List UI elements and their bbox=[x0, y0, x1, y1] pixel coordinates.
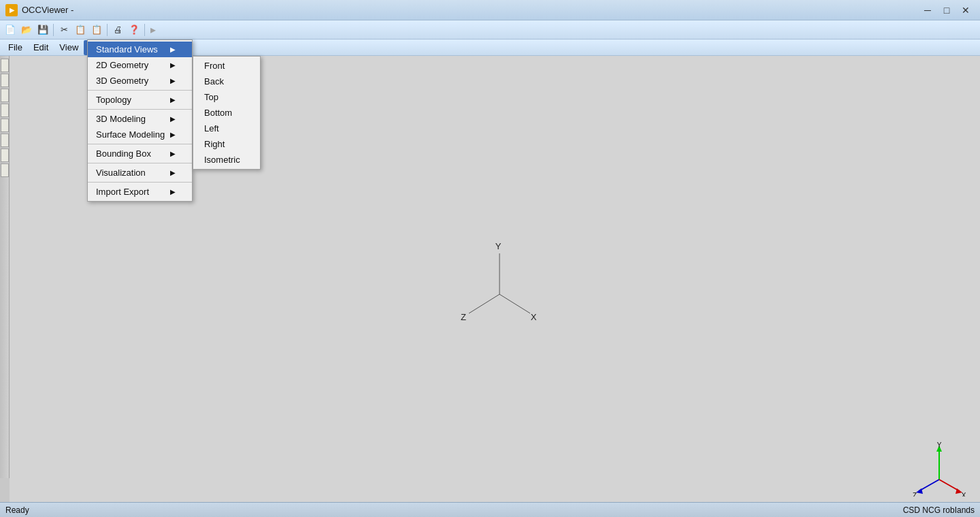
copy-button[interactable]: 📋 bbox=[73, 22, 88, 37]
menu-bounding-box[interactable]: Bounding Box ▶ bbox=[88, 146, 192, 161]
view-top[interactable]: Top bbox=[193, 89, 260, 105]
svg-line-5 bbox=[919, 480, 939, 491]
status-text: Ready bbox=[5, 505, 29, 515]
left-tool-4[interactable] bbox=[1, 104, 9, 117]
axis-z-label: Z bbox=[461, 312, 466, 322]
toolbar-more: ▸ bbox=[148, 23, 156, 36]
svg-line-2 bbox=[500, 294, 530, 313]
sep-3 bbox=[88, 144, 192, 144]
submenu-arrow-standard-views: ▶ bbox=[170, 46, 176, 53]
app-icon: ▶ bbox=[5, 4, 18, 16]
status-bar: Ready CSD NCG robIands bbox=[0, 502, 980, 517]
menu-2d-geometry[interactable]: 2D Geometry ▶ bbox=[88, 57, 192, 73]
axis-center-svg: Y Z X bbox=[459, 240, 540, 322]
sep-4 bbox=[88, 163, 192, 163]
submenu-arrow-surface: ▶ bbox=[170, 131, 176, 138]
menu-surface-modeling[interactable]: Surface Modeling ▶ bbox=[88, 127, 192, 142]
submenu-arrow-3d-modeling: ▶ bbox=[170, 115, 176, 123]
svg-line-7 bbox=[939, 480, 960, 491]
menu-visualization[interactable]: Visualization ▶ bbox=[88, 165, 192, 181]
left-tool-2[interactable] bbox=[1, 74, 9, 87]
toolbar-area: 📄 📂 💾 ✂ 📋 📋 🖨 ❓ ▸ bbox=[0, 20, 980, 40]
svg-line-1 bbox=[469, 294, 500, 313]
close-button[interactable]: ✕ bbox=[957, 3, 975, 17]
menu-topology[interactable]: Topology ▶ bbox=[88, 92, 192, 108]
submenu-arrow-3d: ▶ bbox=[170, 77, 176, 84]
restore-button[interactable]: □ bbox=[938, 3, 956, 17]
print-button[interactable]: 🖨 bbox=[110, 22, 125, 37]
toolbar-sep-2 bbox=[107, 24, 108, 36]
corner-z-label: Z bbox=[913, 492, 917, 497]
view-front[interactable]: Front bbox=[193, 58, 260, 74]
sep-2 bbox=[88, 109, 192, 110]
view-bottom[interactable]: Bottom bbox=[193, 105, 260, 121]
left-tool-3[interactable] bbox=[1, 89, 9, 102]
left-tool-6[interactable] bbox=[1, 134, 9, 147]
menu-edit[interactable]: Edit bbox=[28, 40, 54, 55]
occ-dropdown: Standard Views ▶ 2D Geometry ▶ 3D Geomet… bbox=[87, 40, 193, 202]
left-tool-7[interactable] bbox=[1, 148, 9, 162]
submenu-arrow-2d: ▶ bbox=[170, 61, 176, 69]
minimize-button[interactable]: ─ bbox=[919, 3, 936, 17]
title-bar-left: ▶ OCCViewer - bbox=[5, 4, 74, 16]
submenu-arrow-topology: ▶ bbox=[170, 96, 176, 104]
help-button[interactable]: ❓ bbox=[127, 22, 142, 37]
submenu-arrow-viz: ▶ bbox=[170, 169, 176, 176]
menu-3d-geometry[interactable]: 3D Geometry ▶ bbox=[88, 73, 192, 89]
cut-button[interactable]: ✂ bbox=[56, 22, 71, 37]
view-back[interactable]: Back bbox=[193, 74, 260, 89]
view-right[interactable]: Right bbox=[193, 136, 260, 152]
title-bar-controls: ─ □ ✕ bbox=[919, 3, 975, 17]
axis-corner-svg: Y Z X bbox=[912, 442, 966, 497]
menu-file[interactable]: File bbox=[3, 40, 28, 55]
title-bar: ▶ OCCViewer - ─ □ ✕ bbox=[0, 0, 980, 20]
left-tool-8[interactable] bbox=[1, 163, 9, 177]
axis-y-label: Y bbox=[495, 241, 502, 251]
toolbar-sep-1 bbox=[53, 24, 54, 36]
submenu-arrow-import: ▶ bbox=[170, 188, 176, 195]
left-tool-5[interactable] bbox=[1, 119, 9, 132]
left-toolbar bbox=[0, 56, 10, 478]
menu-3d-modeling[interactable]: 3D Modeling ▶ bbox=[88, 111, 192, 127]
view-left[interactable]: Left bbox=[193, 121, 260, 136]
view-isometric[interactable]: Isometric bbox=[193, 152, 260, 168]
standard-views-submenu: Front Back Top Bottom Left Right Isometr… bbox=[193, 56, 261, 170]
menu-standard-views[interactable]: Standard Views ▶ bbox=[88, 42, 192, 57]
paste-button[interactable]: 📋 bbox=[89, 22, 104, 37]
axis-x-label: X bbox=[531, 312, 537, 322]
title-text: OCCViewer - bbox=[22, 5, 74, 15]
submenu-arrow-bounding: ▶ bbox=[170, 150, 176, 157]
corner-y-label: Y bbox=[937, 442, 942, 449]
menu-import-export[interactable]: Import Export ▶ bbox=[88, 184, 192, 200]
save-button[interactable]: 💾 bbox=[35, 22, 50, 37]
toolbar-sep-3 bbox=[144, 24, 145, 36]
new-button[interactable]: 📄 bbox=[3, 22, 18, 37]
menu-view[interactable]: View bbox=[54, 40, 84, 55]
open-button[interactable]: 📂 bbox=[19, 22, 34, 37]
left-tool-1[interactable] bbox=[1, 59, 9, 72]
corner-x-label: X bbox=[962, 492, 966, 497]
status-right: CSD NCG robIands bbox=[903, 505, 975, 515]
sep-5 bbox=[88, 182, 192, 183]
sep-1 bbox=[88, 90, 192, 91]
